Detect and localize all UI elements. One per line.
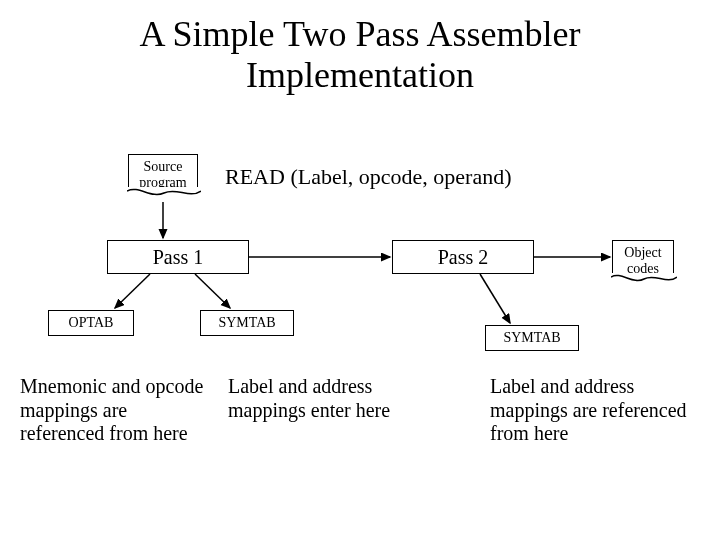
objcodes-line1: Object: [624, 245, 661, 260]
symtab2-box: SYMTAB: [485, 325, 579, 351]
note-symtab-enter: Label and address mappings enter here: [228, 375, 403, 422]
note-optab: Mnemonic and opcode mappings are referen…: [20, 375, 215, 446]
symtab1-box: SYMTAB: [200, 310, 294, 336]
note-symtab-enter-text: Label and address mappings enter here: [228, 375, 390, 421]
read-annotation: READ (Label, opcode, operand): [225, 164, 512, 190]
note-optab-text: Mnemonic and opcode mappings are referen…: [20, 375, 203, 444]
doc-torn-edge-icon: [127, 187, 199, 201]
source-line1: Source: [144, 159, 183, 174]
pass2-box: Pass 2: [392, 240, 534, 274]
svg-line-4: [195, 274, 230, 308]
note-symtab-ref-text: Label and address mappings are reference…: [490, 375, 687, 444]
pass2-label: Pass 2: [438, 246, 489, 269]
pass1-label: Pass 1: [153, 246, 204, 269]
source-program-doc: Source program: [128, 154, 198, 194]
svg-line-3: [115, 274, 150, 308]
note-symtab-ref: Label and address mappings are reference…: [490, 375, 700, 446]
symtab1-label: SYMTAB: [218, 315, 275, 331]
doc-torn-edge-icon: [611, 273, 675, 287]
optab-label: OPTAB: [69, 315, 114, 331]
optab-box: OPTAB: [48, 310, 134, 336]
pass1-box: Pass 1: [107, 240, 249, 274]
diagram-canvas: Source program READ (Label, opcode, oper…: [0, 0, 720, 540]
symtab2-label: SYMTAB: [503, 330, 560, 346]
object-codes-doc: Object codes: [612, 240, 674, 280]
svg-line-5: [480, 274, 510, 323]
